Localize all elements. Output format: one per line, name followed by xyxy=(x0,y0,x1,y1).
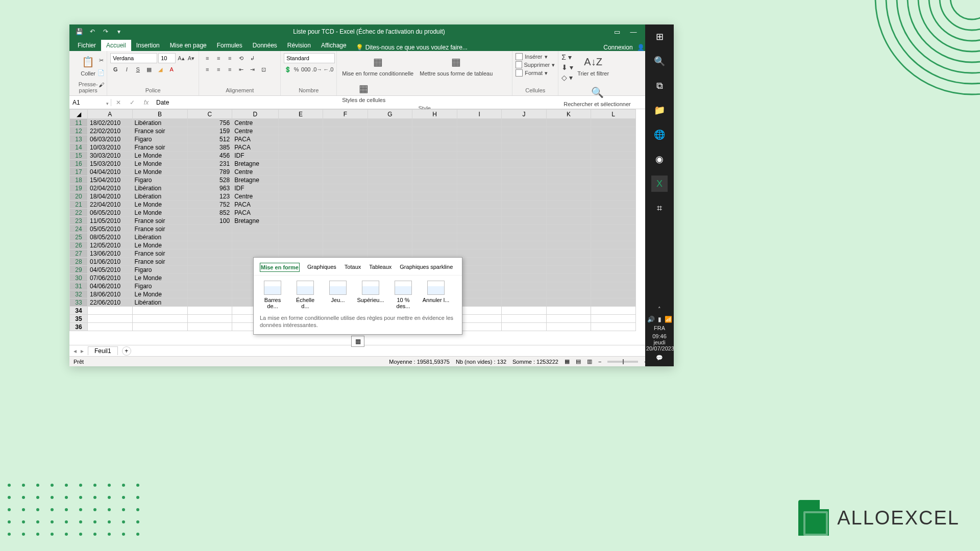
decrease-font-icon[interactable]: A▾ xyxy=(187,53,196,63)
cell[interactable] xyxy=(457,266,502,274)
align-middle-icon[interactable]: ≡ xyxy=(213,53,224,63)
cell[interactable]: PACA xyxy=(232,143,279,152)
cell[interactable] xyxy=(591,323,636,331)
cell[interactable] xyxy=(278,184,323,192)
cell[interactable] xyxy=(368,225,412,233)
cell[interactable] xyxy=(278,217,323,225)
cell[interactable]: Libération xyxy=(132,184,187,192)
qa-item-0[interactable]: Barres de... xyxy=(259,281,286,309)
cell[interactable] xyxy=(546,127,591,135)
bold-button[interactable]: G xyxy=(110,64,120,74)
cell[interactable] xyxy=(546,152,591,160)
cell[interactable] xyxy=(412,143,457,152)
cell[interactable] xyxy=(457,282,502,290)
cell[interactable] xyxy=(412,192,457,201)
cell[interactable] xyxy=(546,298,591,307)
new-sheet-button[interactable]: + xyxy=(122,346,131,356)
ribbon-tab-accueil[interactable]: Accueil xyxy=(101,40,131,51)
cell[interactable] xyxy=(187,307,232,315)
cell[interactable] xyxy=(591,274,636,282)
table-row[interactable]: 2612/05/2010Le Monde xyxy=(70,241,636,249)
cell[interactable] xyxy=(591,225,636,233)
cell[interactable]: Figaro xyxy=(132,282,187,290)
cell[interactable] xyxy=(546,282,591,290)
cell[interactable] xyxy=(368,217,412,225)
cell[interactable] xyxy=(278,168,323,176)
save-icon[interactable]: 💾 xyxy=(74,28,85,35)
cell[interactable] xyxy=(412,241,457,249)
merge-center-icon[interactable]: ⊡ xyxy=(258,64,268,74)
cell[interactable] xyxy=(457,315,502,323)
cell[interactable] xyxy=(412,119,457,127)
cell[interactable]: France soir xyxy=(132,143,187,152)
autosum-icon[interactable]: Σ ▾ xyxy=(561,53,573,61)
column-header-L[interactable]: L xyxy=(591,110,636,119)
cell[interactable] xyxy=(368,201,412,209)
slack-icon[interactable]: ⌗ xyxy=(651,200,668,216)
cell[interactable] xyxy=(591,282,636,290)
cell[interactable]: 512 xyxy=(187,135,232,143)
cell[interactable] xyxy=(591,258,636,266)
cell[interactable]: Centre xyxy=(232,119,279,127)
qa-item-5[interactable]: Annuler l... xyxy=(422,281,450,309)
cell[interactable]: 01/06/2010 xyxy=(88,258,133,266)
clear-icon[interactable]: ◇ ▾ xyxy=(561,73,573,82)
cell[interactable]: Libération xyxy=(132,192,187,201)
cell[interactable] xyxy=(323,217,368,225)
qa-item-3[interactable]: Supérieu... xyxy=(357,281,384,309)
cell[interactable] xyxy=(546,241,591,249)
cell[interactable]: Le Monde xyxy=(132,241,187,249)
cell[interactable]: Libération xyxy=(132,298,187,307)
cell[interactable]: Centre xyxy=(232,168,279,176)
cell[interactable] xyxy=(591,160,636,168)
cell[interactable] xyxy=(412,217,457,225)
cell[interactable] xyxy=(278,160,323,168)
row-header[interactable]: 12 xyxy=(70,127,88,135)
cell[interactable] xyxy=(546,143,591,152)
cell[interactable] xyxy=(502,201,547,209)
cell[interactable] xyxy=(412,209,457,217)
cell[interactable] xyxy=(457,119,502,127)
increase-font-icon[interactable]: A▴ xyxy=(177,53,186,63)
cell[interactable] xyxy=(546,323,591,331)
conditional-formatting-button[interactable]: ▦Mise en forme conditionnelle xyxy=(340,53,415,78)
fill-color-button[interactable]: ◢ xyxy=(155,64,165,74)
cell[interactable] xyxy=(88,323,133,331)
indent-dec-icon[interactable]: ⇤ xyxy=(236,64,246,74)
view-layout-icon[interactable]: ▤ xyxy=(576,358,581,365)
cell[interactable] xyxy=(502,192,547,201)
cell[interactable] xyxy=(591,241,636,249)
cell[interactable] xyxy=(412,127,457,135)
cell[interactable] xyxy=(412,233,457,241)
sheet-nav-next-icon[interactable]: ▸ xyxy=(81,347,84,355)
cell[interactable] xyxy=(457,290,502,298)
wifi-icon[interactable]: 📶 xyxy=(665,316,672,323)
cell[interactable] xyxy=(502,315,547,323)
cell[interactable] xyxy=(278,127,323,135)
cell[interactable]: 30/03/2010 xyxy=(88,152,133,160)
row-header[interactable]: 35 xyxy=(70,315,88,323)
cell[interactable] xyxy=(546,201,591,209)
cell[interactable]: 22/04/2010 xyxy=(88,201,133,209)
currency-icon[interactable]: 💲 xyxy=(284,64,292,74)
sound-icon[interactable]: 🔊 xyxy=(647,316,655,323)
cell[interactable]: Bretagne xyxy=(232,217,279,225)
signin-link[interactable]: Connexion xyxy=(603,44,632,51)
cell[interactable] xyxy=(502,209,547,217)
cell[interactable]: 15/04/2010 xyxy=(88,176,133,184)
qa-tab-0[interactable]: Mise en forme xyxy=(260,263,300,272)
cell[interactable] xyxy=(232,241,279,249)
align-top-icon[interactable]: ≡ xyxy=(202,53,212,63)
cell[interactable] xyxy=(591,209,636,217)
table-row[interactable]: 1222/02/2010France soir159Centre xyxy=(70,127,636,135)
cell[interactable]: Le Monde xyxy=(132,209,187,217)
row-header[interactable]: 28 xyxy=(70,258,88,266)
cell[interactable] xyxy=(457,241,502,249)
ribbon-tab-données[interactable]: Données xyxy=(248,40,282,51)
cell[interactable] xyxy=(278,225,323,233)
cell[interactable] xyxy=(546,274,591,282)
cell[interactable] xyxy=(368,160,412,168)
cell[interactable] xyxy=(187,241,232,249)
cell[interactable] xyxy=(457,143,502,152)
enter-formula-icon[interactable]: ✓ xyxy=(130,99,135,106)
